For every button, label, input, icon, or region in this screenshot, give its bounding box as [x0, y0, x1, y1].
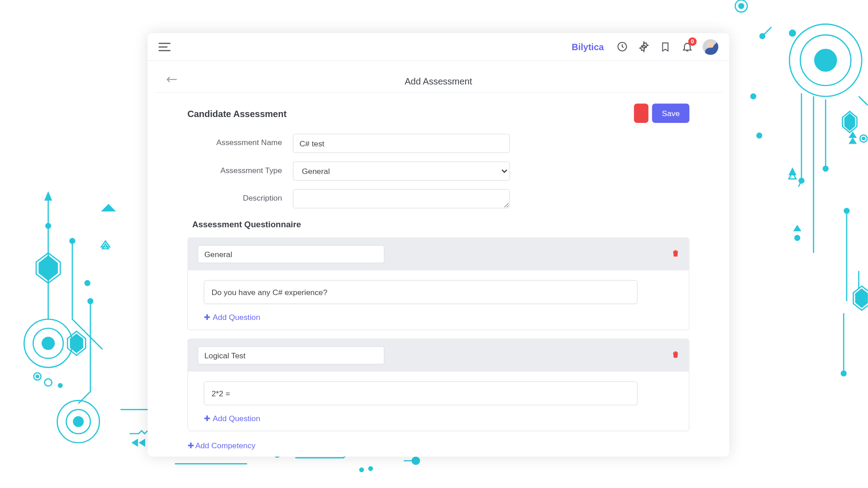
competency-block: ✚ Add Question: [188, 338, 689, 431]
app-window: Bilytica 0: [148, 33, 729, 456]
page-body: Add Assessment Candidate Assessment Save…: [148, 61, 729, 455]
svg-point-48: [360, 468, 363, 472]
label-assessment-type: Assessment Type: [199, 161, 293, 174]
svg-point-17: [36, 375, 38, 377]
decoration-left: [12, 90, 163, 452]
competency-body: ✚ Add Question: [188, 271, 689, 330]
input-assessment-name[interactable]: [293, 134, 510, 153]
competency-body: ✚ Add Question: [188, 371, 689, 431]
svg-point-42: [751, 94, 756, 99]
svg-point-6: [46, 224, 51, 229]
notification-badge: 0: [688, 37, 697, 46]
main-card: Add Assessment Candidate Assessment Save…: [155, 69, 722, 455]
page-title: Add Assessment: [405, 75, 472, 86]
add-competency-link[interactable]: ✚Add Competency: [188, 441, 255, 450]
gear-icon[interactable]: [637, 41, 650, 53]
svg-point-33: [844, 208, 849, 213]
topbar: Bilytica 0: [148, 33, 729, 61]
questionnaire-title: Assessment Questionnaire: [192, 219, 689, 229]
form-section: Candidate Assessment Save Assessment Nam…: [155, 93, 722, 455]
plus-icon: ✚: [188, 441, 194, 450]
competency-block: ✚ Add Question: [188, 237, 689, 330]
competency-name-input[interactable]: [198, 346, 384, 364]
svg-point-36: [757, 133, 762, 138]
plus-icon: ✚: [204, 414, 211, 423]
action-buttons: Save: [634, 103, 689, 123]
save-button[interactable]: Save: [652, 103, 689, 123]
brand-name: Bilytica: [572, 42, 604, 52]
competency-header: [188, 238, 689, 271]
plus-icon: ✚: [204, 313, 211, 322]
bookmark-icon[interactable]: [659, 41, 671, 53]
clock-icon[interactable]: [616, 41, 628, 53]
section-head: Candidate Assessment Save: [188, 103, 689, 123]
svg-point-19: [58, 384, 62, 387]
svg-point-15: [85, 281, 90, 286]
textarea-description[interactable]: [293, 189, 510, 209]
topbar-right: Bilytica 0: [572, 39, 718, 55]
svg-point-25: [799, 178, 804, 183]
trash-icon[interactable]: [672, 351, 679, 360]
form-row-type: Assessment Type General: [199, 161, 689, 181]
svg-point-39: [841, 371, 846, 376]
back-icon[interactable]: [166, 75, 178, 86]
svg-point-22: [815, 49, 836, 71]
question-input[interactable]: [204, 381, 638, 405]
competency-header: [188, 339, 689, 371]
avatar[interactable]: [703, 39, 718, 55]
form-row-description: Description: [199, 189, 689, 209]
svg-point-2: [42, 337, 54, 349]
add-question-link[interactable]: ✚ Add Question: [204, 313, 260, 322]
add-question-link[interactable]: ✚ Add Question: [204, 414, 260, 423]
page-header: Add Assessment: [155, 69, 722, 93]
competency-name-input[interactable]: [198, 245, 384, 263]
svg-point-41: [795, 235, 800, 240]
svg-point-27: [789, 30, 795, 36]
label-assessment-name: Assessment Name: [199, 134, 293, 147]
svg-point-7: [70, 239, 75, 244]
svg-marker-37: [850, 132, 856, 137]
section-title: Candidate Assessment: [188, 108, 287, 118]
svg-marker-38: [850, 139, 856, 144]
svg-marker-14: [71, 334, 83, 352]
label-description: Description: [199, 189, 293, 202]
svg-marker-12: [39, 256, 57, 280]
svg-point-24: [739, 4, 744, 9]
svg-marker-30: [845, 114, 854, 130]
question-input[interactable]: [204, 280, 638, 304]
trash-icon[interactable]: [672, 249, 679, 259]
delete-button[interactable]: [634, 103, 649, 123]
svg-marker-40: [794, 226, 800, 231]
svg-point-5: [74, 417, 83, 426]
svg-point-49: [369, 467, 373, 470]
form-row-name: Assessment Name: [199, 134, 689, 153]
select-assessment-type[interactable]: General: [293, 161, 510, 181]
svg-point-26: [823, 166, 828, 171]
svg-point-18: [45, 379, 52, 386]
svg-point-8: [88, 299, 93, 304]
menu-icon[interactable]: [159, 42, 171, 51]
bell-icon[interactable]: 0: [681, 41, 693, 53]
svg-point-44: [863, 137, 865, 140]
